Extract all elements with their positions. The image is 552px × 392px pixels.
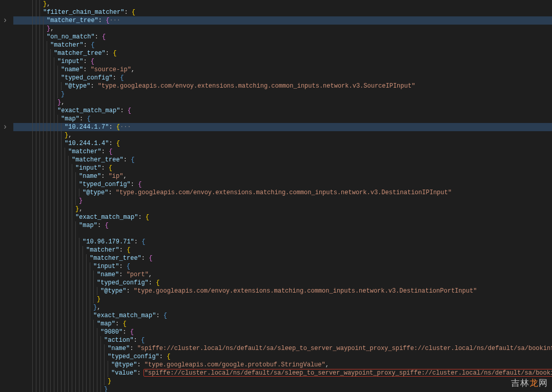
code-line[interactable]: } [29, 377, 552, 385]
code-line[interactable]: "input": { [29, 164, 552, 172]
editor-gutter: ›› [0, 0, 29, 392]
code-line[interactable]: "10.244.1.4": { [29, 139, 552, 148]
code-line[interactable]: "typed_config": { [29, 353, 552, 361]
code-line[interactable]: "map": { [29, 320, 552, 328]
code-line[interactable]: "matcher": { [29, 148, 552, 156]
code-line[interactable]: }, [29, 131, 552, 139]
gutter-highlight [13, 16, 29, 25]
code-line[interactable]: "exact_match_map": { [29, 213, 552, 221]
code-line[interactable]: "exact_match_map": { [29, 107, 552, 115]
code-line[interactable]: "typed_config": { [29, 74, 552, 82]
code-line[interactable]: "input": { [29, 262, 552, 271]
code-line[interactable]: "name": "ip", [29, 172, 552, 180]
code-line[interactable]: "10.96.179.71": { [29, 238, 552, 246]
code-line[interactable]: "matcher_tree": { [29, 49, 552, 57]
code-line[interactable]: "input": { [29, 57, 552, 66]
code-line[interactable]: "matcher": { [29, 246, 552, 254]
code-line[interactable]: "name": "spiffe://cluster.local/ns/defau… [29, 344, 552, 353]
code-line[interactable]: "matcher_tree": { [29, 254, 552, 262]
code-line[interactable]: "map": { [29, 221, 552, 230]
code-line[interactable]: }, [29, 205, 552, 213]
code-line[interactable]: "filter_chain_matcher": { [29, 8, 552, 16]
code-editor: ›› },"filter_chain_matcher": {"matcher_t… [0, 0, 552, 392]
code-line[interactable]: "@type": "type.googleapis.com/envoy.exte… [29, 189, 552, 197]
code-line[interactable]: "@type": "type.googleapis.com/envoy.exte… [29, 287, 552, 295]
code-line[interactable]: }, [29, 25, 552, 33]
code-line[interactable]: } [29, 295, 552, 303]
code-line[interactable]: "matcher_tree": { [29, 156, 552, 164]
code-line[interactable]: "@type": "type.googleapis.com/envoy.exte… [29, 82, 552, 90]
code-line[interactable]: "name": "port", [29, 271, 552, 279]
code-line[interactable]: } [29, 197, 552, 205]
code-line[interactable]: }, [29, 303, 552, 312]
code-line[interactable]: } [29, 385, 552, 392]
fold-chevron-icon[interactable]: › [3, 122, 7, 132]
code-line[interactable]: "typed_config": { [29, 279, 552, 287]
code-line[interactable]: "9080": { [29, 328, 552, 336]
gutter-highlight [13, 123, 29, 131]
code-line[interactable]: }, [29, 0, 552, 8]
fold-chevron-icon[interactable]: › [3, 16, 7, 25]
code-line[interactable]: }, [29, 98, 552, 107]
code-line[interactable]: "name": "source-ip", [29, 66, 552, 74]
code-line[interactable]: "10.244.1.7": {··· [29, 123, 552, 131]
code-line[interactable]: "@type": "type.googleapis.com/google.pro… [29, 361, 552, 369]
code-line[interactable]: "action": { [29, 336, 552, 344]
code-line[interactable]: "map": { [29, 115, 552, 123]
code-line[interactable]: "matcher": { [29, 41, 552, 49]
code-line[interactable]: "exact_match_map": { [29, 312, 552, 320]
code-line[interactable]: } [29, 90, 552, 98]
code-line[interactable]: "value": "spiffe://cluster.local/ns/defa… [29, 369, 552, 377]
code-line[interactable]: "matcher_tree": {··· [29, 16, 552, 25]
code-line[interactable]: "on_no_match": { [29, 33, 552, 41]
code-line[interactable] [29, 230, 552, 238]
code-area[interactable]: },"filter_chain_matcher": {"matcher_tree… [29, 0, 552, 392]
code-line[interactable]: "typed_config": { [29, 180, 552, 189]
